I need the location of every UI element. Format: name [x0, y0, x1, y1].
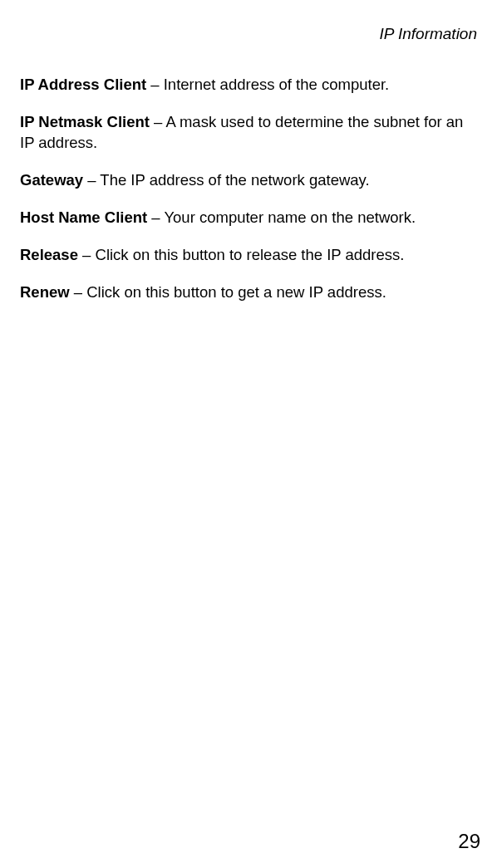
description: – The IP address of the network gateway.	[83, 171, 370, 189]
term: Host Name Client	[20, 208, 147, 226]
term: Gateway	[20, 171, 83, 189]
definition-entry: Release – Click on this button to releas…	[20, 245, 480, 266]
term: Renew	[20, 283, 70, 301]
term: IP Address Client	[20, 76, 146, 93]
definition-entry: IP Netmask Client – A mask used to deter…	[20, 112, 480, 154]
description: – Click on this button to release the IP…	[78, 246, 405, 263]
definition-entry: IP Address Client – Internet address of …	[20, 75, 480, 96]
term: IP Netmask Client	[20, 113, 150, 130]
term: Release	[20, 246, 78, 263]
description: – Your computer name on the network.	[147, 208, 416, 226]
definition-entry: Renew – Click on this button to get a ne…	[20, 282, 480, 303]
description: – Click on this button to get a new IP a…	[70, 283, 386, 301]
page-number: 29	[458, 830, 480, 853]
description: – Internet address of the computer.	[146, 76, 389, 93]
definition-entry: Host Name Client – Your computer name on…	[20, 208, 480, 228]
page-header: IP Information	[20, 25, 480, 43]
definition-entry: Gateway – The IP address of the network …	[20, 170, 480, 191]
